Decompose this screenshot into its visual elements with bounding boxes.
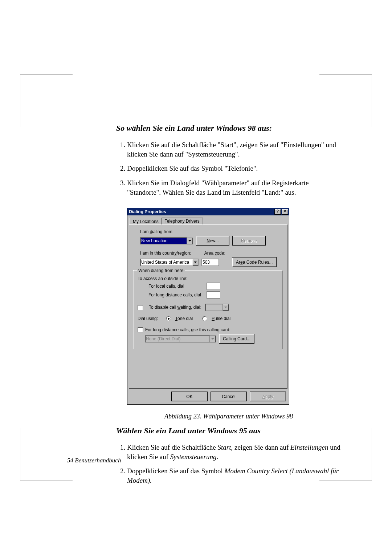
steps-win95: Klicken Sie auf die Schaltfläche Start, … xyxy=(116,443,341,485)
chevron-down-icon xyxy=(222,304,229,311)
crop-mark xyxy=(20,481,73,481)
tone-dial-radio[interactable] xyxy=(166,316,171,321)
long-distance-input[interactable] xyxy=(207,291,220,299)
chevron-down-icon xyxy=(209,336,216,342)
close-button[interactable]: × xyxy=(282,209,288,215)
label-long-distance: For long distance calls, dial xyxy=(148,292,203,297)
chevron-down-icon xyxy=(192,259,198,266)
label-outside-line: To access an outside line: xyxy=(138,276,187,281)
call-waiting-combo[interactable] xyxy=(205,304,229,311)
chevron-down-icon xyxy=(187,238,193,244)
svg-marker-0 xyxy=(188,240,191,242)
pulse-dial-radio[interactable] xyxy=(202,316,207,321)
label-area-code: Area code: xyxy=(204,251,225,256)
step-item: Doppelklicken Sie auf das Symbol Modem C… xyxy=(127,466,341,485)
tab-telephony-drivers[interactable]: Telephony Drivers xyxy=(162,218,203,224)
svg-marker-3 xyxy=(211,338,214,340)
dialog-title: Dialing Properties xyxy=(129,209,166,214)
label-disable-call-waiting: To disable call waiting, dial: xyxy=(149,305,201,310)
new-button[interactable]: New... xyxy=(196,236,229,246)
remove-button[interactable]: Remove xyxy=(232,236,266,246)
label-dialing-from: I am dialing from: xyxy=(140,229,173,234)
tab-my-locations[interactable]: My Locations xyxy=(130,218,162,225)
crop-mark xyxy=(372,74,372,127)
location-combo[interactable]: New Location xyxy=(140,237,193,244)
step-item: Klicken Sie auf die Schaltfläche "Start"… xyxy=(127,140,341,159)
dialog-titlebar: Dialing Properties ? × xyxy=(127,208,289,215)
svg-marker-1 xyxy=(194,262,197,263)
section-heading-win98: So wählen Sie ein Land unter Windows 98 … xyxy=(116,123,341,133)
apply-button[interactable]: Apply xyxy=(250,392,286,401)
cancel-button[interactable]: Cancel xyxy=(211,392,247,401)
label-dial-using: Dial using: xyxy=(138,316,158,321)
ok-button[interactable]: OK xyxy=(171,392,208,401)
steps-win98: Klicken Sie auf die Schaltfläche "Start"… xyxy=(116,140,341,197)
label-country: I am in this country/region: xyxy=(140,251,191,256)
section-heading-win95: Wählen Sie ein Land unter Windows 95 aus xyxy=(116,426,341,436)
step-item: Doppelklicken Sie auf das Symbol "Telefo… xyxy=(127,164,341,173)
step-item: Klicken Sie im Dialogfeld "Wählparameter… xyxy=(127,178,341,197)
label-use-calling-card: For long distance calls, use this callin… xyxy=(145,327,230,332)
area-code-input[interactable]: 503 xyxy=(201,259,219,266)
crop-mark xyxy=(20,74,73,75)
calling-card-button[interactable]: Calling Card... xyxy=(219,334,254,344)
calling-card-combo[interactable]: None (Direct Dial) xyxy=(145,335,216,343)
label-tone-dial: Tone dial xyxy=(175,316,193,321)
label-pulse-dial: Pulse dial xyxy=(212,316,230,321)
group-when-dialing: When dialing from here xyxy=(137,268,185,273)
country-combo[interactable]: United States of America xyxy=(140,259,199,266)
disable-call-waiting-checkbox[interactable] xyxy=(138,305,143,310)
crop-mark xyxy=(372,428,372,481)
figure-caption: Abbildung 23. Wählparameter unter Window… xyxy=(116,413,341,420)
label-local-calls: For local calls, dial xyxy=(148,284,203,289)
area-code-rules-button[interactable]: Area Code Rules... xyxy=(232,257,277,267)
use-calling-card-checkbox[interactable] xyxy=(138,327,143,332)
crop-mark xyxy=(319,74,372,75)
page-footer: 54 Benutzerhandbuch xyxy=(67,457,121,464)
crop-mark xyxy=(20,74,20,127)
local-calls-input[interactable] xyxy=(207,283,220,290)
help-button[interactable]: ? xyxy=(274,209,281,215)
dialing-properties-dialog: Dialing Properties ? × My Locations Tele… xyxy=(127,208,289,405)
crop-mark xyxy=(20,428,20,481)
step-item: Klicken Sie auf die Schaltfläche Start, … xyxy=(127,443,341,461)
svg-marker-2 xyxy=(224,307,227,308)
